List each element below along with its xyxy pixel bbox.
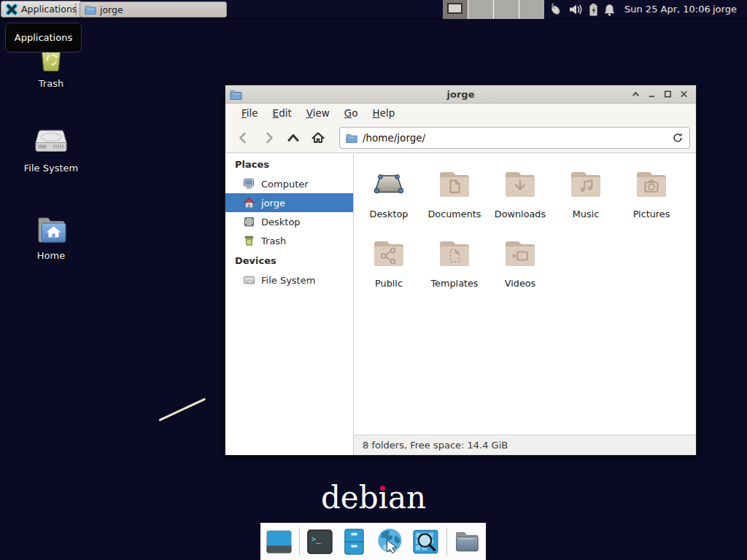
applications-menu-icon	[6, 4, 18, 15]
shade-button[interactable]	[627, 85, 643, 104]
location-bar[interactable]: /home/jorge/	[339, 127, 690, 149]
videos-folder-icon	[503, 236, 538, 271]
file-item-videos[interactable]: Videos	[487, 236, 553, 305]
file-item-pictures[interactable]: Pictures	[619, 166, 684, 236]
close-button[interactable]	[676, 85, 692, 104]
desktop-icon-filesystem[interactable]: File System	[16, 124, 86, 174]
dock-file-manager-icon[interactable]	[453, 527, 481, 556]
dock-app-finder-icon[interactable]	[411, 526, 441, 557]
debian-red-dot	[380, 486, 385, 491]
logo-text: deb	[321, 480, 379, 516]
desktop-icon-label: Home	[16, 250, 86, 261]
sidebar-item-computer[interactable]: Computer	[225, 174, 353, 193]
applications-menu-label: Applications	[21, 4, 77, 15]
dock-terminal-icon[interactable]: >_	[306, 527, 334, 556]
notifications-bell-icon[interactable]	[603, 3, 616, 16]
desktop-icon-label: File System	[16, 163, 86, 174]
file-item-label: Pictures	[619, 209, 684, 219]
panel-clock[interactable]: Sun 25 Apr, 10:06	[624, 0, 711, 19]
forward-button[interactable]	[256, 127, 281, 149]
workspace-1[interactable]	[443, 0, 468, 19]
file-item-label: Downloads	[487, 209, 553, 219]
trash-icon	[243, 235, 255, 246]
workspace-4[interactable]	[519, 0, 544, 19]
toolbar: /home/jorge/	[225, 123, 696, 153]
sidebar-item-label: File System	[261, 275, 315, 286]
dock-separator	[446, 528, 447, 556]
sidebar-item-trash[interactable]: Trash	[225, 231, 353, 250]
file-manager-window: jorge File Edit View Go Help	[225, 85, 697, 456]
up-button[interactable]	[281, 127, 306, 149]
file-item-downloads[interactable]: Downloads	[487, 166, 553, 236]
wallpaper-scratch-line	[158, 398, 205, 421]
templates-folder-icon	[437, 236, 472, 271]
computer-icon	[243, 178, 255, 190]
workspace-3[interactable]	[494, 0, 519, 19]
debian-wallpaper-logo: debıan	[292, 480, 455, 516]
sidebar-item-label: Trash	[261, 236, 286, 246]
dock-separator	[299, 528, 300, 556]
desktop-icon-home[interactable]: Home	[16, 211, 86, 261]
menu-file[interactable]: File	[234, 104, 266, 123]
location-path[interactable]: /home/jorge/	[363, 132, 667, 144]
sidebar-header-places: Places	[225, 155, 353, 174]
music-folder-icon	[568, 166, 603, 201]
applications-menu-button[interactable]: Applications	[1, 1, 82, 18]
dock-panel: >_	[260, 523, 486, 560]
window-titlebar[interactable]: jorge	[225, 85, 696, 104]
file-item-public[interactable]: Public	[356, 236, 422, 305]
icon-view-pane: Desktop Documents	[354, 154, 696, 455]
menu-view[interactable]: View	[299, 104, 337, 123]
volume-icon[interactable]	[568, 2, 584, 17]
applications-tooltip: Applications	[5, 23, 82, 52]
svg-text:>_: >_	[311, 534, 321, 544]
file-item-label: Desktop	[356, 209, 422, 219]
file-item-desktop[interactable]: Desktop	[356, 166, 422, 236]
workspace-switcher	[443, 0, 544, 19]
sidebar-item-desktop[interactable]: Desktop	[225, 212, 353, 231]
sidebar-item-home[interactable]: jorge	[225, 193, 353, 212]
taskbar-handle[interactable]	[75, 4, 77, 15]
file-item-templates[interactable]: Templates	[422, 236, 487, 305]
menu-edit[interactable]: Edit	[266, 104, 299, 123]
sidebar-item-label: Desktop	[261, 217, 301, 228]
back-button[interactable]	[231, 127, 256, 149]
file-item-label: Documents	[422, 209, 487, 219]
harddrive-icon	[243, 274, 255, 286]
harddrive-icon	[34, 124, 69, 159]
location-folder-icon	[346, 133, 357, 143]
dock-desktop-icon[interactable]	[265, 527, 293, 556]
sidebar-item-label: jorge	[261, 198, 285, 209]
taskbar-window-button[interactable]: jorge	[80, 1, 227, 18]
menu-help[interactable]: Help	[365, 104, 403, 123]
sidebar-item-label: Computer	[261, 179, 309, 190]
file-item-music[interactable]: Music	[553, 166, 619, 236]
dock-web-browser-icon[interactable]	[374, 526, 406, 558]
reload-icon[interactable]	[672, 132, 684, 144]
mouse-settings-icon[interactable]	[547, 1, 563, 18]
minimize-button[interactable]	[643, 85, 659, 104]
desktop-folder-icon	[371, 166, 406, 201]
menu-go[interactable]: Go	[337, 104, 365, 123]
file-item-label: Templates	[422, 278, 487, 289]
tooltip-text: Applications	[15, 32, 72, 43]
workspace-2[interactable]	[468, 0, 493, 19]
system-tray	[547, 0, 616, 19]
home-button[interactable]	[306, 127, 330, 149]
dock-file-cabinet-icon[interactable]	[340, 527, 368, 556]
sidebar-item-filesystem[interactable]: File System	[225, 271, 353, 289]
panel-username: jorge	[713, 0, 737, 19]
maximize-button[interactable]	[659, 85, 676, 104]
public-folder-icon	[371, 236, 406, 271]
icon-grid: Desktop Documents	[354, 154, 696, 305]
home-folder-icon	[34, 211, 69, 246]
taskbar-window-label: jorge	[100, 4, 123, 15]
sidebar: Places Computer jorge	[225, 154, 354, 455]
downloads-folder-icon	[503, 166, 538, 201]
battery-icon[interactable]	[589, 3, 598, 17]
file-item-documents[interactable]: Documents	[422, 166, 487, 236]
file-item-label: Public	[356, 278, 422, 289]
home-icon	[243, 197, 255, 209]
window-content: Places Computer jorge	[225, 154, 696, 455]
workspace-window-preview	[447, 3, 462, 14]
